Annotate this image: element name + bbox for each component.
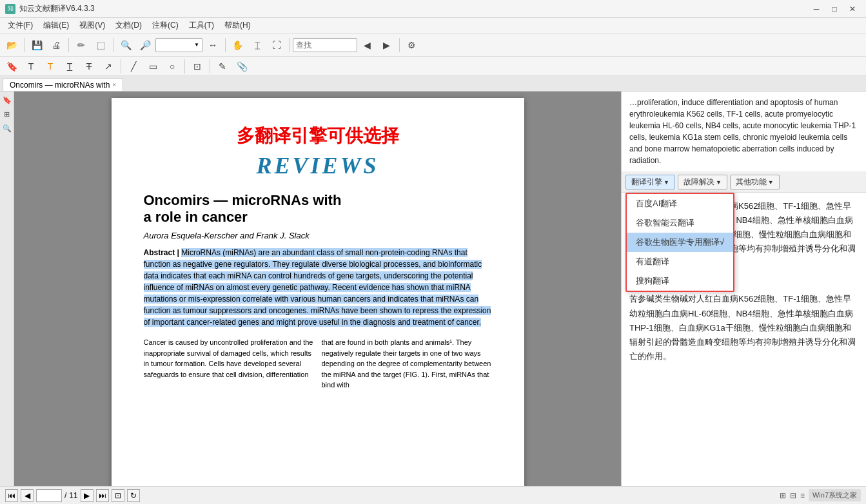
prev-page-button[interactable]: ◀	[21, 489, 34, 502]
zoom-in[interactable]: 🔎	[136, 36, 154, 54]
pdf-viewer[interactable]: 多翻译引擎可供选择 REVIEWS Oncomirs — microRNAs w…	[14, 92, 621, 486]
search-next[interactable]: ▶	[378, 36, 396, 54]
menu-doc[interactable]: 文档(D)	[110, 19, 147, 32]
arrow-tool[interactable]: ↗	[99, 57, 117, 75]
view-mode-icon3[interactable]: ≡	[800, 491, 805, 500]
title-bar: 知 知云文献翻译V6.4.3.3 ─ □ ✕	[0, 0, 866, 18]
search-prev[interactable]: ◀	[359, 36, 377, 54]
edit-tool[interactable]: ✎	[213, 57, 231, 75]
bookmark-panel-icon[interactable]: 🔖	[1, 94, 13, 106]
select-tool[interactable]: ⬚	[92, 36, 110, 54]
app-icon: 知	[5, 4, 15, 14]
dropdown-item-youdao[interactable]: 有道翻译	[627, 252, 733, 271]
select-text[interactable]: ⌶	[248, 36, 266, 54]
save-button[interactable]: 💾	[28, 36, 46, 54]
open-button[interactable]: 📂	[3, 36, 21, 54]
pages-panel-icon[interactable]: ⊞	[1, 108, 13, 120]
pdf-body: Cancer is caused by uncontrolled prolife…	[144, 337, 492, 391]
underline-tool[interactable]: T	[61, 57, 79, 75]
translate-engine-button[interactable]: 翻译引擎 ▼	[625, 175, 675, 189]
cursor-tool[interactable]: ✏	[72, 36, 90, 54]
sep8	[184, 59, 185, 73]
last-page-button[interactable]: ⏭	[96, 489, 109, 502]
troubleshoot-chevron: ▼	[716, 179, 722, 186]
article-title: Oncomirs — microRNAs witha role in cance…	[144, 192, 492, 226]
attach-tool[interactable]: 📎	[233, 57, 251, 75]
sep4	[225, 38, 226, 52]
marquee-zoom[interactable]: ⛶	[268, 36, 286, 54]
sep5	[289, 38, 290, 52]
view-mode-icon2[interactable]: ⊟	[790, 491, 796, 500]
other-functions-chevron: ▼	[768, 179, 774, 186]
highlight-tool[interactable]: T	[41, 57, 59, 75]
dropdown-item-baidu[interactable]: 百度AI翻译	[627, 194, 733, 213]
zoom-arrow-down[interactable]: ▼	[194, 42, 199, 48]
status-right: ⊞ ⊟ ≡ Win7系统之家	[780, 489, 861, 501]
search-panel-icon[interactable]: 🔍	[1, 122, 13, 134]
menu-bar: 文件(F) 编辑(E) 视图(V) 文档(D) 注释(C) 工具(T) 帮助(H…	[0, 18, 866, 34]
fit-width[interactable]: ↔	[204, 36, 222, 54]
right-panel-toolbar: 翻译引擎 ▼ 故障解决 ▼ 其他功能 ▼ 百度AI翻译 谷歌智能云翻译 谷歌生物…	[622, 172, 866, 193]
close-button[interactable]: ✕	[844, 3, 861, 15]
menu-view[interactable]: 视图(V)	[74, 19, 110, 32]
tab-label: Oncomirs — microRNAs with	[10, 81, 110, 90]
dropdown-item-google-bio[interactable]: 谷歌生物医学专用翻译√	[627, 233, 733, 252]
sep9	[210, 59, 210, 73]
doc-tab[interactable]: Oncomirs — microRNAs with ×	[3, 78, 123, 91]
sep7	[121, 59, 121, 73]
strikethrough-tool[interactable]: T	[80, 57, 98, 75]
page-navigation: ⏮ ◀ 1 / 11 ▶ ⏭ ⊡ ↻	[5, 489, 140, 502]
view-mode-icon1[interactable]: ⊞	[780, 491, 786, 500]
pdf-col-left: Cancer is caused by uncontrolled prolife…	[144, 337, 314, 391]
rect-tool[interactable]: ▭	[144, 57, 162, 75]
tab-close-button[interactable]: ×	[112, 81, 116, 88]
minimize-button[interactable]: ─	[808, 3, 825, 15]
text-tool[interactable]: T	[22, 57, 40, 75]
win7-logo: Win7系统之家	[809, 489, 861, 501]
abstract-text-highlighted: MicroRNAs (miRNAs) are an abundant class…	[144, 248, 491, 327]
print-button[interactable]: 🖨	[47, 36, 65, 54]
menu-file[interactable]: 文件(F)	[3, 19, 38, 32]
export-button[interactable]: ⊡	[112, 489, 124, 502]
menu-annotate[interactable]: 注释(C)	[147, 19, 184, 32]
first-page-button[interactable]: ⏮	[5, 489, 18, 502]
toolbar-main: 📂 💾 🖨 ✏ ⬚ 🔍 🔎 108.95% ▼ ↔ ✋ ⌶ ⛶ ◀ ▶ ⚙	[0, 34, 866, 57]
article-authors: Aurora Esquela-Kerscher and Frank J. Sla…	[144, 231, 492, 240]
other-functions-button[interactable]: 其他功能 ▼	[730, 175, 780, 189]
stamp-tool[interactable]: ⊡	[188, 57, 206, 75]
abstract-label: Abstract |	[144, 248, 179, 257]
original-text: 苦参碱类生物碱对人红白血病K562细胞、TF-1细胞、急性早幼粒细胞白血病HL-…	[629, 292, 858, 363]
pan-tool[interactable]: ✋	[229, 36, 247, 54]
more-tools[interactable]: ⚙	[403, 36, 421, 54]
sep6	[399, 38, 400, 52]
dropdown-item-google[interactable]: 谷歌智能云翻译	[627, 213, 733, 233]
line-tool[interactable]: ╱	[124, 57, 143, 75]
zoom-input-container[interactable]: 108.95% ▼	[155, 38, 202, 52]
pdf-reviews-label: REVIEWS	[144, 152, 492, 179]
troubleshoot-button[interactable]: 故障解决 ▼	[678, 175, 727, 189]
search-container	[293, 38, 357, 52]
next-page-button[interactable]: ▶	[81, 489, 93, 502]
zoom-input[interactable]: 108.95%	[159, 41, 194, 50]
oval-tool[interactable]: ○	[163, 57, 181, 75]
left-sidebar: 🔖 ⊞ 🔍	[0, 92, 14, 486]
translate-engine-chevron: ▼	[664, 179, 669, 186]
rotate-button[interactable]: ↻	[127, 489, 140, 502]
dropdown-item-sogou[interactable]: 搜狗翻译	[627, 271, 733, 291]
right-panel: …proliferation, induce differentiation a…	[621, 92, 866, 486]
pdf-banner-title: 多翻译引擎可供选择	[144, 124, 492, 148]
zoom-out[interactable]: 🔍	[117, 36, 135, 54]
sep3	[113, 38, 113, 52]
status-bar: ⏮ ◀ 1 / 11 ▶ ⏭ ⊡ ↻ ⊞ ⊟ ≡ Win7系统之家	[0, 486, 866, 504]
page-separator: /	[64, 491, 66, 500]
menu-help[interactable]: 帮助(H)	[219, 19, 256, 32]
pdf-page: 多翻译引擎可供选择 REVIEWS Oncomirs — microRNAs w…	[112, 98, 524, 486]
translate-engine-label: 翻译引擎	[631, 177, 662, 188]
other-functions-label: 其他功能	[736, 177, 767, 188]
maximize-button[interactable]: □	[826, 3, 843, 15]
bookmark-tool[interactable]: 🔖	[3, 57, 21, 75]
menu-tools[interactable]: 工具(T)	[184, 19, 219, 32]
search-input[interactable]	[296, 41, 348, 50]
menu-edit[interactable]: 编辑(E)	[38, 19, 74, 32]
page-number-input[interactable]: 1	[36, 489, 62, 502]
